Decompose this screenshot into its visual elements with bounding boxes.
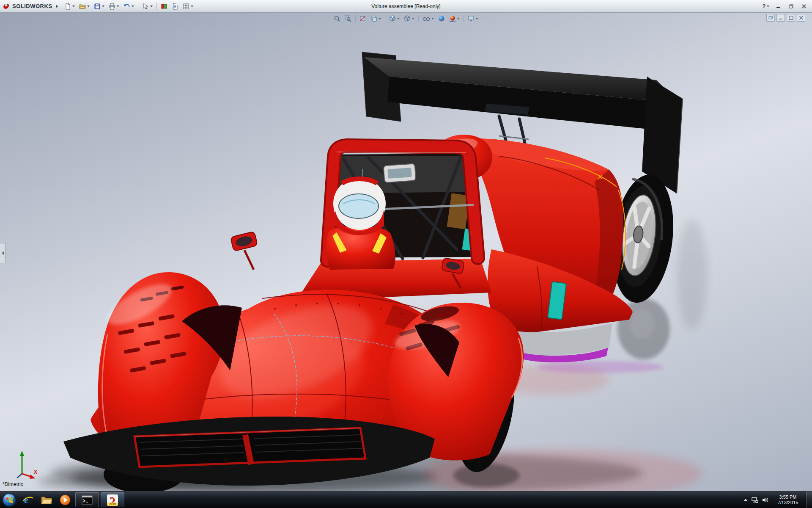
minimize-icon [776,4,781,8]
network-icon [751,497,759,503]
new-document-button[interactable] [63,1,77,12]
folder-icon [41,495,52,505]
minimize-button[interactable] [772,2,785,11]
taskbar: e [0,491,812,508]
taskbar-clock[interactable]: 3:55 PM 7/13/2015 [770,494,806,505]
media-player-button[interactable] [56,493,74,507]
maximize-document-button[interactable] [787,14,795,22]
save-button[interactable] [92,1,106,12]
dropdown-chevron[interactable] [412,18,414,19]
reference-triad: X [9,447,39,483]
hide-show-glasses-icon [422,15,430,22]
network-tray-icon[interactable] [750,494,760,506]
rearview-mirror [384,163,416,182]
close-document-icon [799,16,804,20]
solidworks-app-icon: 2015 [107,494,118,505]
collapsed-panel-tab[interactable] [0,243,5,263]
undo-icon [123,3,130,10]
edit-appearance-button[interactable] [436,14,447,24]
headsup-separator [355,15,356,22]
undo-button[interactable] [122,1,136,12]
rebuild-button[interactable] [159,1,169,12]
left-mirror [230,231,258,270]
document-window-controls [766,14,805,22]
print-button[interactable] [107,1,121,12]
dropdown-chevron[interactable] [102,6,104,7]
view-selector-button[interactable] [369,14,383,24]
view-settings-button[interactable] [466,14,480,24]
graphics-area[interactable]: X *Dimetric [0,12,812,491]
dropdown-chevron[interactable] [132,6,134,7]
select-cursor-icon [142,3,149,10]
toolbar-separator [156,3,157,10]
view-orientation-cube-icon [389,15,396,22]
headsup-separator [464,15,464,22]
section-view-button[interactable] [358,14,368,24]
dropdown-chevron[interactable] [150,6,153,7]
media-player-icon [59,494,71,506]
apply-scene-icon [449,15,456,22]
restore-document-button[interactable] [766,14,775,22]
rebuild-icon [161,3,167,10]
show-desktop-button[interactable] [806,491,812,508]
close-button[interactable] [798,2,810,11]
internet-explorer-button[interactable]: e [19,493,37,507]
windows-explorer-button[interactable] [38,493,55,507]
zoom-to-fit-icon [334,15,340,22]
show-hidden-icons-button[interactable] [741,495,750,505]
clock-time: 3:55 PM [772,494,804,500]
dropdown-chevron[interactable] [397,18,400,19]
menu-expand-chevron[interactable] [56,5,58,8]
dropdown-chevron[interactable] [87,6,90,7]
dropdown-chevron[interactable] [767,6,769,7]
section-view-icon [359,15,366,22]
cockpit[interactable] [296,146,491,301]
svg-text:e: e [24,494,28,505]
view-selector-icon [370,15,377,22]
close-document-button[interactable] [797,14,805,22]
open-button[interactable] [77,1,91,12]
dropdown-chevron[interactable] [476,18,478,19]
dropdown-chevron[interactable] [191,6,193,7]
new-document-icon [64,3,71,10]
options-button[interactable] [181,1,195,12]
print-icon [109,3,115,10]
internet-explorer-icon: e [22,494,34,506]
dropdown-chevron[interactable] [72,6,75,7]
headsup-separator [418,15,419,22]
start-button[interactable] [0,493,18,507]
zoom-to-area-button[interactable] [343,14,353,24]
restore-icon [789,4,794,8]
dropdown-chevron[interactable] [379,18,381,19]
restore-document-icon [768,16,773,20]
volume-tray-icon[interactable] [760,494,770,506]
dropdown-chevron[interactable] [117,6,119,7]
hide-show-items-button[interactable] [421,14,436,24]
solidworks-window: SOLIDWORKS [0,0,812,508]
edit-appearance-sphere-icon [438,15,445,22]
view-orientation-button[interactable] [387,14,401,24]
system-tray: 3:55 PM 7/13/2015 [741,491,812,508]
dropdown-chevron[interactable] [457,18,460,19]
help-button[interactable]: ? [760,2,772,11]
file-properties-button[interactable] [170,1,180,12]
close-icon [801,4,807,8]
solidworks-version-badge: 2015 [107,502,118,506]
restore-button[interactable] [785,2,798,11]
windows-start-orb-icon [2,493,16,507]
dropdown-chevron[interactable] [431,18,434,19]
clock-date: 7/13/2015 [772,500,804,505]
zoom-to-fit-button[interactable] [332,14,342,24]
headsup-separator [385,15,385,22]
minimize-document-button[interactable] [776,14,785,22]
select-button[interactable] [140,1,154,12]
apply-scene-button[interactable] [447,14,461,24]
view-settings-icon [468,15,475,22]
collapse-arrow-icon [2,251,4,255]
file-properties-icon [172,3,178,10]
maximize-document-icon [789,16,793,20]
volume-icon [762,497,768,503]
solidworks-taskbar-button[interactable]: 2015 [101,492,124,507]
command-prompt-button[interactable] [75,492,99,507]
display-style-button[interactable] [402,14,416,24]
